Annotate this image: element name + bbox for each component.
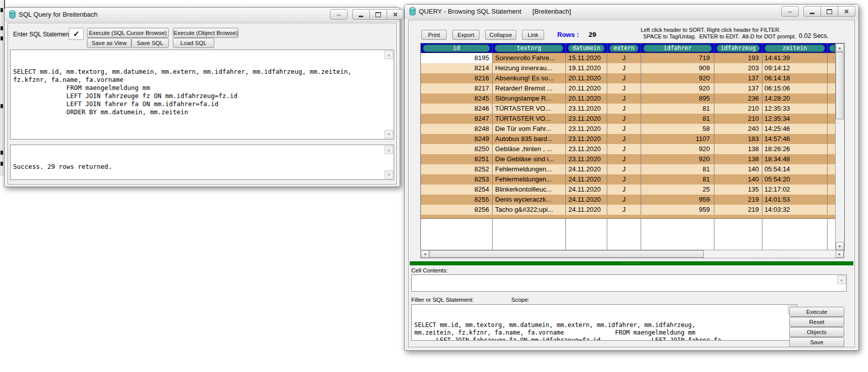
table-cell[interactable]: 23.11.2020 [566, 144, 607, 154]
column-header-extern[interactable]: extern [607, 43, 641, 53]
table-cell[interactable]: 8254 [421, 184, 493, 195]
table-cell[interactable]: J [607, 73, 641, 83]
scroll-down-icon[interactable]: ▼ [836, 242, 844, 250]
table-cell[interactable]: Die Tür vom Fahr... [493, 124, 566, 134]
scroll-up-icon[interactable]: ▲ [837, 275, 846, 284]
reset-button[interactable]: Reset [789, 317, 844, 327]
minimize-button[interactable] [352, 9, 370, 20]
execute-button[interactable]: Execute [789, 307, 844, 317]
table-cell[interactable]: 135 [714, 184, 762, 195]
table-cell[interactable]: 138 [714, 144, 762, 154]
syntax-check-button[interactable]: ✓ [69, 28, 84, 40]
table-cell[interactable]: J [607, 164, 641, 174]
table-cell[interactable]: 09:14:12 [762, 63, 828, 73]
table-cell[interactable]: TÜRTASTER VO... [493, 114, 566, 124]
table-cell[interactable]: Fehlermeldungen... [493, 164, 566, 174]
table-cell[interactable]: 14:03:32 [762, 205, 828, 215]
collapse-button[interactable]: Collapse [485, 30, 516, 40]
grid-vertical-scrollbar[interactable]: ▲ ▼ [835, 43, 844, 250]
table-cell[interactable]: 8255 [421, 195, 493, 205]
table-cell[interactable]: 24.11.2020 [566, 195, 607, 205]
table-cell[interactable]: J [607, 144, 641, 154]
column-header-idfahrer[interactable]: idfahrer [641, 43, 714, 53]
query-browse-window-titlebar[interactable]: QUERY - Browsing SQL Statement [Breitenb… [405, 5, 858, 19]
table-cell[interactable]: 58 [641, 124, 714, 134]
table-cell[interactable]: 8249 [421, 134, 493, 144]
table-cell[interactable]: 24.11.2020 [566, 164, 607, 174]
table-cell[interactable]: Retarder! Bremst ... [493, 83, 566, 94]
table-cell[interactable]: 8248 [421, 124, 493, 134]
objects-button[interactable]: Objects [789, 327, 844, 337]
table-cell[interactable]: 183 [714, 134, 762, 144]
table-cell[interactable]: 8250 [421, 144, 493, 154]
vertical-scroll-thumb[interactable] [836, 52, 844, 119]
table-cell[interactable]: 24.11.2020 [566, 184, 607, 195]
table-cell[interactable]: 219 [714, 205, 762, 215]
save-button[interactable]: Save [789, 337, 844, 347]
table-cell[interactable]: Gebläse ,hinten , ... [493, 144, 566, 154]
table-cell[interactable]: 1107 [641, 134, 714, 144]
table-cell[interactable]: 719 [641, 53, 714, 63]
scroll-up-icon[interactable]: ▲ [836, 43, 844, 52]
close-button[interactable]: ✕ [838, 6, 855, 17]
table-cell[interactable]: 14:01:53 [762, 195, 828, 205]
table-cell[interactable]: Autobus 835 bard... [493, 134, 566, 144]
column-header-id[interactable]: id [421, 43, 493, 53]
table-cell[interactable]: 8245 [421, 94, 493, 104]
table-cell[interactable]: 81 [641, 164, 714, 174]
table-cell[interactable]: Absenkung! Es so... [493, 73, 566, 83]
table-cell[interactable]: J [607, 83, 641, 94]
table-cell[interactable]: J [607, 184, 641, 195]
table-cell[interactable]: J [607, 53, 641, 63]
table-cell[interactable]: 920 [641, 73, 714, 83]
column-header-datumein[interactable]: datumein [566, 43, 607, 53]
scroll-down-icon[interactable]: ▼ [384, 170, 393, 179]
table-cell[interactable]: J [607, 124, 641, 134]
table-cell[interactable]: 12:17:02 [762, 184, 828, 195]
table-cell[interactable]: 05:54:14 [762, 164, 828, 174]
table-cell[interactable]: Sonnenrollo Fahre... [493, 53, 566, 63]
scroll-down-icon[interactable]: ▼ [384, 130, 393, 138]
table-cell[interactable]: 210 [714, 114, 762, 124]
pin-window-button[interactable]: ⇔ [781, 6, 799, 17]
table-cell[interactable]: 8217 [421, 83, 493, 94]
column-header-textorg[interactable]: textorg [493, 43, 566, 53]
table-cell[interactable]: 19.11.2020 [566, 63, 607, 73]
table-cell[interactable]: J [607, 134, 641, 144]
table-cell[interactable]: 18:26:26 [762, 144, 828, 154]
scroll-right-icon[interactable]: ► [836, 250, 844, 258]
sql-statement-editor[interactable]: SELECT mm.id, mm.textorg, mm.datumein, m… [10, 50, 394, 140]
selected-cell[interactable]: 8195 [421, 53, 493, 63]
table-cell[interactable]: 23.11.2020 [566, 114, 607, 124]
table-cell[interactable]: 920 [641, 83, 714, 94]
table-cell[interactable]: 193 [714, 53, 762, 63]
scroll-left-icon[interactable]: ◄ [421, 250, 429, 258]
export-button[interactable]: Export [452, 30, 479, 40]
table-cell[interactable]: 14:25:46 [762, 124, 828, 134]
minimize-button[interactable] [803, 6, 821, 17]
table-cell[interactable]: 8216 [421, 73, 493, 83]
sql-query-window-titlebar[interactable]: SQL Query for Breitenbach ⇔ ✕ [5, 8, 400, 22]
table-cell[interactable]: 895 [641, 94, 714, 104]
table-cell[interactable]: J [607, 195, 641, 205]
table-cell[interactable]: 20.11.2020 [566, 73, 607, 83]
column-header-idfahrzeug[interactable]: idfahrzeug [714, 43, 762, 53]
table-cell[interactable]: Fehlermeldungen... [493, 174, 566, 184]
table-cell[interactable]: Die Gebläse sind i... [493, 154, 566, 164]
table-cell[interactable]: 81 [641, 104, 714, 114]
table-cell[interactable]: 8253 [421, 174, 493, 184]
filter-sql-editor[interactable]: SELECT mm.id, mm.textorg, mm.datumein, m… [411, 304, 797, 341]
sql-result-box[interactable]: Success. 29 rows returned. ▲ ▼ [10, 145, 394, 180]
table-cell[interactable]: 12:35:33 [762, 104, 828, 114]
execute-object-browse-button[interactable]: Execute (Object Browse) [173, 28, 238, 38]
table-cell[interactable]: 24.11.2020 [566, 174, 607, 184]
maximize-button[interactable] [370, 9, 387, 20]
table-cell[interactable]: 06:15:06 [762, 83, 828, 94]
table-cell[interactable]: 23.11.2020 [566, 154, 607, 164]
table-cell[interactable]: 8251 [421, 154, 493, 164]
table-cell[interactable]: J [607, 114, 641, 124]
cell-contents-box[interactable]: 8195 ▲ [411, 274, 847, 292]
table-cell[interactable]: J [607, 63, 641, 73]
table-cell[interactable]: 20.11.2020 [566, 94, 607, 104]
table-cell[interactable]: Tacho g&#322;upi... [493, 205, 566, 215]
